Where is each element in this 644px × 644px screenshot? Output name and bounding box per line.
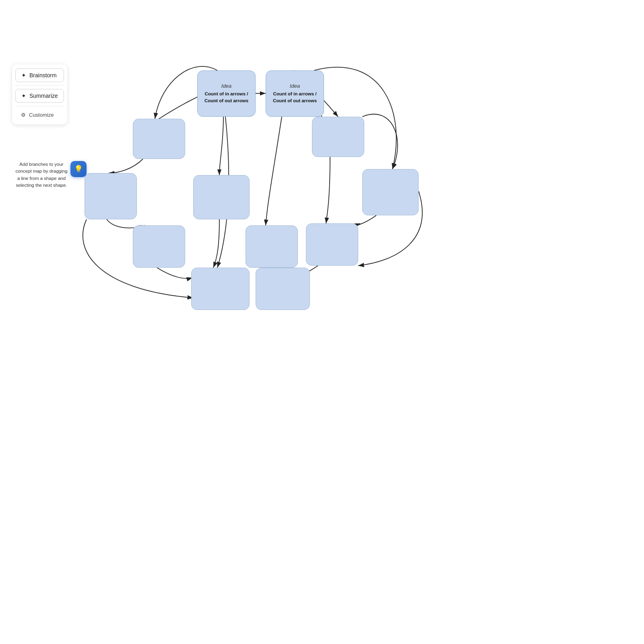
idea-title-2: Idea	[290, 83, 300, 89]
idea-node-2[interactable]: Idea Count of in arrows /Count of out ar…	[266, 70, 324, 117]
node-box-3[interactable]	[85, 173, 137, 219]
sparkle-icon: ✦	[21, 72, 26, 78]
toolbar: ✦ Brainstorm ✦ Summarize ⚙ Customize	[12, 64, 67, 124]
summarize-label: Summarize	[29, 93, 58, 99]
brainstorm-label: Brainstorm	[29, 72, 57, 78]
customize-button[interactable]: ⚙ Customize	[15, 109, 64, 120]
node-box-9[interactable]	[191, 268, 250, 310]
divider	[15, 85, 64, 86]
divider-2	[15, 106, 64, 106]
node-box-1[interactable]	[133, 119, 185, 159]
node-box-4[interactable]	[193, 175, 250, 219]
sparkle-icon-2: ✦	[21, 93, 26, 99]
sliders-icon: ⚙	[21, 112, 26, 118]
idea-node-1[interactable]: Idea Count of in arrows /Count of out ar…	[197, 70, 256, 117]
node-box-6[interactable]	[133, 225, 185, 268]
brainstorm-button[interactable]: ✦ Brainstorm	[15, 68, 64, 82]
canvas: Idea Count of in arrows /Count of out ar…	[0, 0, 644, 644]
node-box-10[interactable]	[256, 268, 310, 310]
node-box-7[interactable]	[246, 225, 298, 268]
node-box-5[interactable]	[362, 169, 419, 215]
idea-title-1: Idea	[221, 83, 231, 89]
customize-label: Customize	[29, 112, 54, 118]
summarize-button[interactable]: ✦ Summarize	[15, 89, 64, 103]
idea-stats-1: Count of in arrows /Count of out arrows	[204, 91, 248, 105]
idea-stats-2: Count of in arrows /Count of out arrows	[273, 91, 317, 105]
node-box-2[interactable]	[312, 117, 364, 157]
node-box-8[interactable]	[306, 223, 358, 266]
